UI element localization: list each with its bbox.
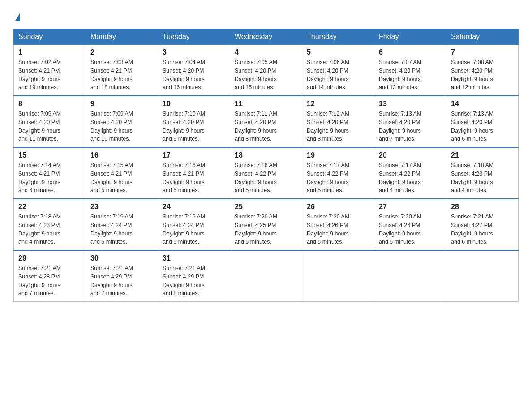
calendar-cell: 7 Sunrise: 7:08 AM Sunset: 4:20 PM Dayli… (446, 45, 519, 96)
day-number: 8 (18, 100, 81, 108)
day-number: 23 (90, 203, 153, 211)
day-info: Sunrise: 7:21 AM Sunset: 4:27 PM Dayligh… (451, 213, 514, 246)
calendar-cell: 22 Sunrise: 7:18 AM Sunset: 4:23 PM Dayl… (14, 199, 86, 250)
day-number: 11 (235, 100, 297, 108)
day-info: Sunrise: 7:09 AM Sunset: 4:20 PM Dayligh… (18, 110, 81, 143)
calendar-cell: 11 Sunrise: 7:11 AM Sunset: 4:20 PM Dayl… (230, 96, 302, 147)
logo (13, 13, 20, 21)
day-info: Sunrise: 7:11 AM Sunset: 4:20 PM Dayligh… (235, 110, 297, 143)
day-number: 9 (90, 100, 153, 108)
day-number: 12 (307, 100, 369, 108)
day-of-week-header: Monday (86, 29, 158, 45)
day-info: Sunrise: 7:14 AM Sunset: 4:21 PM Dayligh… (18, 161, 81, 195)
day-info: Sunrise: 7:07 AM Sunset: 4:20 PM Dayligh… (379, 58, 442, 92)
day-number: 24 (163, 203, 225, 211)
day-info: Sunrise: 7:21 AM Sunset: 4:29 PM Dayligh… (163, 264, 225, 298)
calendar-cell (302, 250, 374, 302)
day-number: 17 (163, 151, 225, 159)
calendar-cell: 30 Sunrise: 7:21 AM Sunset: 4:29 PM Dayl… (86, 250, 158, 302)
day-info: Sunrise: 7:08 AM Sunset: 4:20 PM Dayligh… (451, 58, 514, 92)
calendar-table: SundayMondayTuesdayWednesdayThursdayFrid… (13, 29, 519, 302)
day-number: 21 (451, 151, 514, 159)
calendar-cell: 8 Sunrise: 7:09 AM Sunset: 4:20 PM Dayli… (14, 96, 86, 147)
day-number: 7 (451, 48, 514, 56)
day-number: 29 (18, 254, 81, 262)
day-of-week-header: Saturday (446, 29, 519, 45)
calendar-cell: 21 Sunrise: 7:18 AM Sunset: 4:23 PM Dayl… (446, 147, 519, 199)
day-info: Sunrise: 7:19 AM Sunset: 4:24 PM Dayligh… (163, 213, 225, 246)
day-number: 25 (235, 203, 297, 211)
day-number: 16 (90, 151, 153, 159)
calendar-cell: 4 Sunrise: 7:05 AM Sunset: 4:20 PM Dayli… (230, 45, 302, 96)
day-number: 15 (18, 151, 81, 159)
day-info: Sunrise: 7:20 AM Sunset: 4:26 PM Dayligh… (379, 213, 442, 246)
calendar-cell: 18 Sunrise: 7:16 AM Sunset: 4:22 PM Dayl… (230, 147, 302, 199)
day-number: 13 (379, 100, 442, 108)
day-info: Sunrise: 7:12 AM Sunset: 4:20 PM Dayligh… (307, 110, 369, 143)
day-number: 20 (379, 151, 442, 159)
calendar-cell: 2 Sunrise: 7:03 AM Sunset: 4:21 PM Dayli… (86, 45, 158, 96)
day-info: Sunrise: 7:09 AM Sunset: 4:20 PM Dayligh… (90, 110, 153, 143)
day-info: Sunrise: 7:20 AM Sunset: 4:25 PM Dayligh… (235, 213, 297, 246)
day-number: 18 (235, 151, 297, 159)
day-of-week-header: Friday (374, 29, 446, 45)
day-number: 27 (379, 203, 442, 211)
calendar-cell (230, 250, 302, 302)
day-number: 31 (163, 254, 225, 262)
calendar-week-row: 22 Sunrise: 7:18 AM Sunset: 4:23 PM Dayl… (14, 199, 519, 250)
day-info: Sunrise: 7:18 AM Sunset: 4:23 PM Dayligh… (18, 213, 81, 246)
calendar-cell: 24 Sunrise: 7:19 AM Sunset: 4:24 PM Dayl… (158, 199, 230, 250)
calendar-week-row: 29 Sunrise: 7:21 AM Sunset: 4:28 PM Dayl… (14, 250, 519, 302)
calendar-week-row: 8 Sunrise: 7:09 AM Sunset: 4:20 PM Dayli… (14, 96, 519, 147)
day-info: Sunrise: 7:03 AM Sunset: 4:21 PM Dayligh… (90, 58, 153, 92)
calendar-week-row: 15 Sunrise: 7:14 AM Sunset: 4:21 PM Dayl… (14, 147, 519, 199)
day-number: 1 (18, 48, 81, 56)
day-of-week-header: Tuesday (158, 29, 230, 45)
calendar-cell: 17 Sunrise: 7:16 AM Sunset: 4:21 PM Dayl… (158, 147, 230, 199)
day-of-week-header: Sunday (14, 29, 86, 45)
day-info: Sunrise: 7:02 AM Sunset: 4:21 PM Dayligh… (18, 58, 81, 92)
day-number: 22 (18, 203, 81, 211)
calendar-cell: 6 Sunrise: 7:07 AM Sunset: 4:20 PM Dayli… (374, 45, 446, 96)
day-info: Sunrise: 7:13 AM Sunset: 4:20 PM Dayligh… (451, 110, 514, 143)
page-header (13, 9, 519, 21)
calendar-cell (374, 250, 446, 302)
day-number: 3 (163, 48, 225, 56)
day-of-week-header: Wednesday (230, 29, 302, 45)
day-info: Sunrise: 7:06 AM Sunset: 4:20 PM Dayligh… (307, 58, 369, 92)
day-number: 14 (451, 100, 514, 108)
day-info: Sunrise: 7:21 AM Sunset: 4:29 PM Dayligh… (90, 264, 153, 298)
calendar-cell: 25 Sunrise: 7:20 AM Sunset: 4:25 PM Dayl… (230, 199, 302, 250)
calendar-cell (446, 250, 519, 302)
day-info: Sunrise: 7:13 AM Sunset: 4:20 PM Dayligh… (379, 110, 442, 143)
calendar-header-row: SundayMondayTuesdayWednesdayThursdayFrid… (14, 29, 519, 45)
day-number: 6 (379, 48, 442, 56)
day-info: Sunrise: 7:20 AM Sunset: 4:26 PM Dayligh… (307, 213, 369, 246)
calendar-cell: 20 Sunrise: 7:17 AM Sunset: 4:22 PM Dayl… (374, 147, 446, 199)
calendar-cell: 28 Sunrise: 7:21 AM Sunset: 4:27 PM Dayl… (446, 199, 519, 250)
day-number: 26 (307, 203, 369, 211)
day-info: Sunrise: 7:21 AM Sunset: 4:28 PM Dayligh… (18, 264, 81, 298)
calendar-cell: 14 Sunrise: 7:13 AM Sunset: 4:20 PM Dayl… (446, 96, 519, 147)
calendar-cell: 31 Sunrise: 7:21 AM Sunset: 4:29 PM Dayl… (158, 250, 230, 302)
calendar-cell: 13 Sunrise: 7:13 AM Sunset: 4:20 PM Dayl… (374, 96, 446, 147)
day-number: 19 (307, 151, 369, 159)
day-number: 2 (90, 48, 153, 56)
calendar-cell: 15 Sunrise: 7:14 AM Sunset: 4:21 PM Dayl… (14, 147, 86, 199)
calendar-cell: 5 Sunrise: 7:06 AM Sunset: 4:20 PM Dayli… (302, 45, 374, 96)
day-info: Sunrise: 7:17 AM Sunset: 4:22 PM Dayligh… (379, 161, 442, 195)
calendar-week-row: 1 Sunrise: 7:02 AM Sunset: 4:21 PM Dayli… (14, 45, 519, 96)
day-info: Sunrise: 7:16 AM Sunset: 4:21 PM Dayligh… (163, 161, 225, 195)
day-info: Sunrise: 7:05 AM Sunset: 4:20 PM Dayligh… (235, 58, 297, 92)
calendar-cell: 3 Sunrise: 7:04 AM Sunset: 4:20 PM Dayli… (158, 45, 230, 96)
day-number: 5 (307, 48, 369, 56)
day-number: 10 (163, 100, 225, 108)
calendar-cell: 10 Sunrise: 7:10 AM Sunset: 4:20 PM Dayl… (158, 96, 230, 147)
day-number: 28 (451, 203, 514, 211)
day-of-week-header: Thursday (302, 29, 374, 45)
day-info: Sunrise: 7:10 AM Sunset: 4:20 PM Dayligh… (163, 110, 225, 143)
calendar-cell: 29 Sunrise: 7:21 AM Sunset: 4:28 PM Dayl… (14, 250, 86, 302)
calendar-cell: 26 Sunrise: 7:20 AM Sunset: 4:26 PM Dayl… (302, 199, 374, 250)
day-number: 4 (235, 48, 297, 56)
day-info: Sunrise: 7:17 AM Sunset: 4:22 PM Dayligh… (307, 161, 369, 195)
